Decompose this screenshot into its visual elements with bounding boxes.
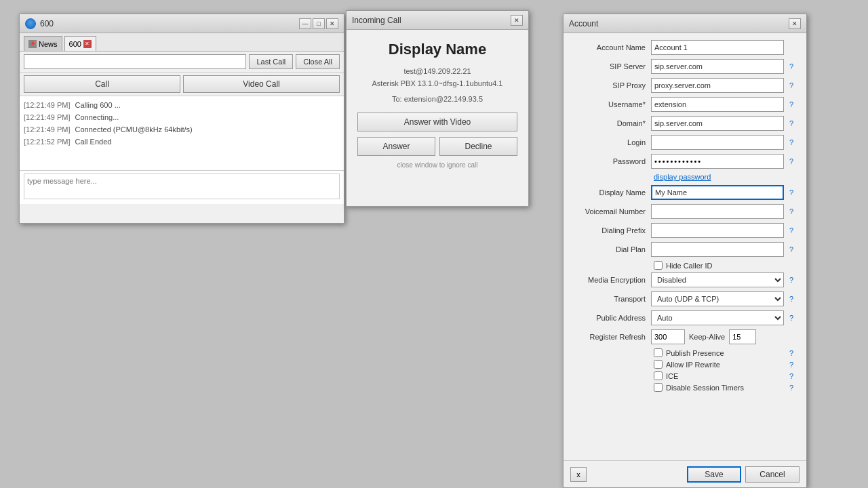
sip-proxy-help[interactable]: ?: [786, 81, 797, 89]
tab-600-label: 600: [69, 40, 81, 48]
video-call-btn[interactable]: Video Call: [183, 75, 340, 93]
transport-select[interactable]: Auto (UDP & TCP) UDP TCP TLS: [651, 291, 784, 306]
phone-number-input[interactable]: [24, 54, 246, 69]
login-help[interactable]: ?: [786, 138, 797, 146]
phone-close-btn[interactable]: ✕: [326, 18, 338, 29]
transport-label: Transport: [573, 295, 651, 303]
account-window: Account ✕ Account Name SIP Server ? SIP …: [563, 14, 807, 488]
tab-600-close-btn[interactable]: ✕: [83, 40, 92, 48]
incoming-call-window: Incoming Call ✕ Display Name test@149.20…: [346, 10, 529, 207]
account-cancel-btn[interactable]: Cancel: [745, 466, 800, 483]
voicemail-input[interactable]: [651, 204, 784, 219]
hide-caller-id-label[interactable]: Hide Caller ID: [666, 262, 712, 270]
username-input[interactable]: [651, 97, 784, 112]
publish-presence-checkbox[interactable]: [654, 348, 663, 357]
phone-maximize-btn[interactable]: □: [313, 18, 325, 29]
domain-row: Domain* ?: [573, 116, 797, 131]
account-title-bar: Account ✕: [564, 14, 806, 33]
sip-server-row: SIP Server ?: [573, 59, 797, 74]
log-msg-2: Connected (PCMU@8kHz 64kbit/s): [75, 125, 193, 134]
disable-session-timers-label[interactable]: Disable Session Timers: [666, 384, 744, 392]
incoming-display-name: Display Name: [357, 41, 517, 58]
display-name-help[interactable]: ?: [786, 188, 797, 197]
account-name-input[interactable]: [651, 40, 784, 55]
publish-presence-help[interactable]: ?: [786, 349, 797, 357]
last-call-btn[interactable]: Last Call: [249, 54, 293, 69]
username-row: Username* ?: [573, 97, 797, 112]
log-msg-3: Call Ended: [75, 138, 112, 146]
username-help[interactable]: ?: [786, 100, 797, 108]
phone-tabs: 📌 News 600 ✕: [20, 33, 344, 52]
ice-label[interactable]: ICE: [666, 372, 678, 380]
log-time-3: [12:21:52 PM]: [24, 138, 71, 146]
ice-row: ICE ?: [654, 371, 797, 380]
log-time-1: [12:21:49 PM]: [24, 113, 71, 121]
log-entry-0: [12:21:49 PM] Calling 600 ...: [24, 99, 340, 111]
disable-session-timers-help[interactable]: ?: [786, 384, 797, 392]
allow-ip-rewrite-help[interactable]: ?: [786, 361, 797, 369]
answer-video-btn[interactable]: Answer with Video: [357, 113, 517, 131]
hide-caller-id-checkbox[interactable]: [654, 261, 663, 270]
message-input[interactable]: [24, 174, 340, 199]
media-encryption-help[interactable]: ?: [786, 276, 797, 284]
decline-btn[interactable]: Decline: [439, 137, 517, 156]
domain-input[interactable]: [651, 116, 784, 131]
account-save-btn[interactable]: Save: [687, 466, 741, 483]
display-name-input[interactable]: [651, 185, 784, 200]
password-help[interactable]: ?: [786, 157, 797, 165]
hide-caller-id-row: Hide Caller ID: [654, 261, 797, 270]
dial-plan-help[interactable]: ?: [786, 245, 797, 253]
incoming-pbx-info: Asterisk PBX 13.1.0~dfsg-1.1ubuntu4.1: [372, 79, 503, 87]
ice-help[interactable]: ?: [786, 372, 797, 380]
incoming-close-btn[interactable]: ✕: [511, 15, 523, 26]
phone-title-bar: 600 — □ ✕: [20, 14, 344, 33]
media-encryption-select[interactable]: Disabled SRTP DTLS: [651, 272, 784, 287]
news-pin-icon: 📌: [28, 40, 37, 48]
keepalive-input[interactable]: [729, 329, 756, 344]
incoming-caller-info: test@149.209.22.21 Asterisk PBX 13.1.0~d…: [357, 65, 517, 89]
display-password-link[interactable]: display password: [654, 173, 797, 181]
domain-help[interactable]: ?: [786, 119, 797, 127]
incoming-title-bar: Incoming Call ✕: [347, 11, 528, 30]
allow-ip-rewrite-label[interactable]: Allow IP Rewrite: [666, 361, 720, 369]
account-footer: x Save Cancel: [564, 460, 806, 487]
tab-news[interactable]: 📌 News: [24, 36, 62, 51]
sip-server-help[interactable]: ?: [786, 62, 797, 70]
phone-minimize-btn[interactable]: —: [299, 18, 311, 29]
dial-plan-input[interactable]: [651, 242, 784, 257]
tab-600[interactable]: 600 ✕: [64, 36, 96, 51]
domain-label: Domain*: [573, 119, 651, 127]
login-row: Login ?: [573, 135, 797, 150]
username-label: Username*: [573, 100, 651, 108]
allow-ip-rewrite-checkbox[interactable]: [654, 360, 663, 369]
disable-session-timers-checkbox[interactable]: [654, 383, 663, 392]
dial-plan-row: Dial Plan ?: [573, 242, 797, 257]
disable-session-timers-row: Disable Session Timers ?: [654, 383, 797, 392]
password-input[interactable]: [651, 154, 784, 169]
public-address-help[interactable]: ?: [786, 314, 797, 322]
sip-proxy-input[interactable]: [651, 78, 784, 93]
dial-plan-label: Dial Plan: [573, 245, 651, 253]
ice-checkbox[interactable]: [654, 371, 663, 380]
close-all-btn[interactable]: Close All: [296, 54, 340, 69]
password-row: Password ?: [573, 154, 797, 169]
account-x-btn[interactable]: x: [570, 467, 587, 482]
log-entry-1: [12:21:49 PM] Connecting...: [24, 111, 340, 123]
public-address-select[interactable]: Auto Manual: [651, 310, 784, 325]
log-entry-2: [12:21:49 PM] Connected (PCMU@8kHz 64kbi…: [24, 123, 340, 136]
incoming-test-info: test@149.209.22.21: [403, 67, 471, 75]
account-close-btn[interactable]: ✕: [789, 18, 801, 29]
answer-btn[interactable]: Answer: [357, 137, 435, 156]
dialing-prefix-input[interactable]: [651, 223, 784, 238]
login-input[interactable]: [651, 135, 784, 150]
dialing-prefix-label: Dialing Prefix: [573, 226, 651, 235]
publish-presence-label[interactable]: Publish Presence: [666, 349, 724, 357]
transport-help[interactable]: ?: [786, 295, 797, 303]
sip-server-input[interactable]: [651, 59, 784, 74]
sip-server-label: SIP Server: [573, 62, 651, 70]
call-btn[interactable]: Call: [24, 75, 180, 93]
register-refresh-input[interactable]: [651, 329, 685, 344]
voicemail-help[interactable]: ?: [786, 207, 797, 216]
dialing-prefix-help[interactable]: ?: [786, 226, 797, 235]
phone-toolbar: Last Call Close All: [20, 52, 344, 73]
